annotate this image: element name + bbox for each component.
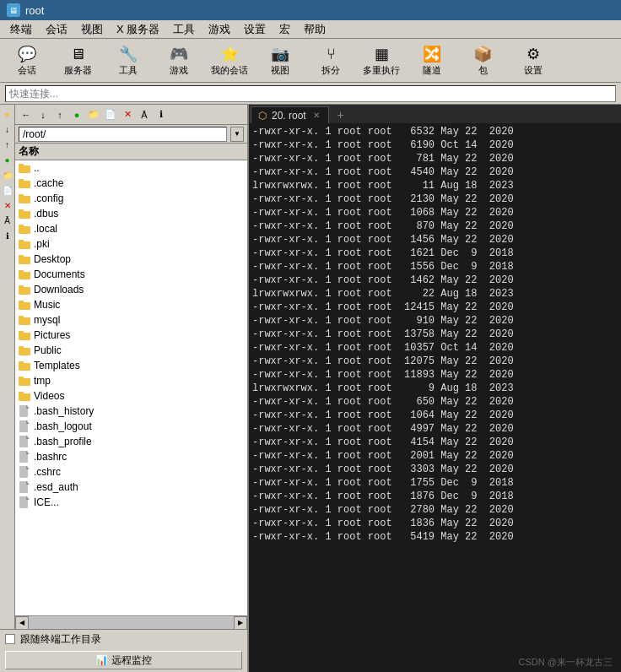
terminal-line: -rwxr-xr-x. 1 root root 910 May 22 2020: [252, 314, 618, 328]
app-icon: 🖥: [7, 3, 20, 17]
list-item[interactable]: .bash_history: [15, 404, 247, 419]
menu-session[interactable]: 会话: [39, 20, 74, 39]
side-new-icon[interactable]: 📄: [2, 184, 14, 196]
new-tab-btn[interactable]: +: [332, 106, 349, 123]
toolbar-config-btn[interactable]: ⚙ 设置: [511, 42, 555, 79]
side-arrow-up-icon[interactable]: ↑: [2, 138, 14, 150]
terminal-line: -rwxr-xr-x. 1 root root 1068 May 22 2020: [252, 206, 618, 219]
svg-rect-27: [19, 361, 24, 364]
file-tb-new[interactable]: 📄: [103, 107, 118, 122]
side-star-icon[interactable]: ★: [2, 108, 14, 120]
toolbar-view-btn[interactable]: 📷 视图: [258, 42, 302, 79]
tab-close-btn[interactable]: ✕: [311, 111, 321, 121]
file-tb-refresh[interactable]: ●: [69, 107, 84, 122]
folder-icon: [19, 208, 30, 219]
terminal-line: -rwxr-xr-x. 1 root root 13758 May 22 202…: [252, 328, 618, 341]
svg-marker-35: [26, 420, 30, 424]
side-green-icon[interactable]: ●: [2, 154, 14, 165]
list-item[interactable]: .local: [15, 221, 247, 236]
list-item[interactable]: Pictures: [15, 328, 247, 343]
follow-terminal-label: 跟随终端工作目录: [20, 632, 101, 647]
file-tb-text[interactable]: Ā: [137, 107, 152, 122]
toolbar-mysession-btn[interactable]: ⭐ 我的会话: [208, 42, 251, 79]
menu-help[interactable]: 帮助: [297, 20, 332, 39]
list-item[interactable]: .esd_auth: [15, 480, 247, 495]
side-info-icon[interactable]: ℹ: [2, 230, 14, 241]
menu-terminal[interactable]: 终端: [3, 20, 39, 39]
list-item[interactable]: Templates: [15, 358, 247, 373]
list-item[interactable]: ICE...: [15, 495, 247, 510]
list-item[interactable]: Downloads: [15, 282, 247, 297]
terminal-line: -rwxr-xr-x. 1 root root 2130 May 22 2020: [252, 192, 618, 206]
list-item[interactable]: .bash_profile: [15, 434, 247, 449]
list-item[interactable]: Documents: [15, 267, 247, 282]
toolbar-session-btn[interactable]: 💬 会话: [5, 42, 49, 79]
list-item[interactable]: tmp: [15, 373, 247, 388]
svg-rect-18: [19, 302, 30, 310]
menu-games[interactable]: 游戏: [202, 20, 237, 39]
terminal-line: -rwxr-xr-x. 1 root root 781 May 22 2020: [252, 152, 618, 165]
file-tb-delete[interactable]: ✕: [120, 107, 135, 122]
toolbar-games-btn[interactable]: 🎮 游戏: [157, 42, 201, 79]
list-item[interactable]: .bash_logout: [15, 419, 247, 434]
side-red-icon[interactable]: ✕: [2, 199, 14, 211]
menu-settings[interactable]: 设置: [237, 20, 273, 39]
file-tb-folder[interactable]: 📁: [86, 107, 101, 122]
folder-icon: [19, 299, 30, 311]
menu-macro[interactable]: 宏: [273, 20, 297, 39]
toolbar-server-btn[interactable]: 🖥 服务器: [56, 42, 100, 79]
list-item[interactable]: ..: [15, 160, 247, 176]
toolbar-multi-btn[interactable]: ▦ 多重执行: [359, 42, 403, 79]
follow-terminal-checkbox[interactable]: [5, 634, 15, 644]
svg-rect-3: [19, 179, 24, 182]
file-tb-up[interactable]: ↑: [52, 107, 68, 122]
list-item-name: mysql: [34, 314, 60, 326]
toolbar-tools-label: 工具: [119, 64, 138, 77]
side-arrow-down-icon[interactable]: ↓: [2, 123, 14, 135]
file-tb-back[interactable]: ←: [19, 107, 34, 122]
toolbar-pkg-btn[interactable]: 📦 包: [461, 42, 505, 79]
toolbar-split-btn[interactable]: ⑂ 拆分: [309, 42, 353, 79]
folder-icon: [19, 314, 30, 326]
terminal-line: -rwxr-xr-x. 1 root root 11893 May 22 202…: [252, 368, 618, 382]
hscroll-right[interactable]: ▶: [234, 616, 247, 630]
side-folder-icon[interactable]: 📁: [2, 169, 14, 181]
list-item[interactable]: .pki: [15, 236, 247, 252]
terminal-line: -rwxr-xr-x. 1 root root 1462 May 22 2020: [252, 274, 618, 287]
list-item[interactable]: .cshrc: [15, 464, 247, 480]
list-item[interactable]: .bashrc: [15, 449, 247, 464]
menu-xserver[interactable]: X 服务器: [110, 20, 166, 39]
hscroll-track[interactable]: [29, 617, 234, 629]
list-item[interactable]: Videos: [15, 388, 247, 404]
list-item[interactable]: .cache: [15, 176, 247, 191]
toolbar-tunnel-label: 隧道: [423, 64, 441, 77]
list-item-name: Music: [34, 299, 60, 311]
side-rename-icon[interactable]: Ā: [2, 214, 14, 226]
list-item[interactable]: mysql: [15, 312, 247, 328]
quick-connect-input[interactable]: [5, 85, 616, 102]
list-item[interactable]: .config: [15, 191, 247, 206]
path-input[interactable]: [19, 127, 227, 142]
file-icon: [19, 466, 30, 478]
file-tb-info[interactable]: ℹ: [154, 107, 169, 122]
terminal-tab-20[interactable]: ⬡ 20. root ✕: [251, 106, 329, 123]
terminal-line: -rwxr-xr-x. 1 root root 4154 May 22 2020: [252, 436, 618, 449]
svg-rect-11: [19, 240, 24, 242]
path-dropdown[interactable]: ▼: [230, 127, 244, 142]
list-item[interactable]: .dbus: [15, 206, 247, 221]
side-icon-bar: ★ ↓ ↑ ● 📁 📄 ✕ Ā ℹ: [0, 105, 15, 629]
up-icon: [19, 162, 30, 174]
menu-view[interactable]: 视图: [74, 20, 110, 39]
list-item[interactable]: Music: [15, 297, 247, 312]
toolbar-tools-btn[interactable]: 🔧 工具: [106, 42, 150, 79]
hscroll-left[interactable]: ◀: [15, 616, 29, 630]
remote-monitor-button[interactable]: 📊 远程监控: [5, 651, 242, 669]
list-item[interactable]: Public: [15, 343, 247, 358]
svg-rect-23: [19, 331, 24, 333]
list-item-name: .bashrc: [34, 451, 67, 463]
terminal-line: -rwxr-xr-x. 1 root root 6532 May 22 2020: [252, 125, 618, 138]
list-item[interactable]: Desktop: [15, 252, 247, 267]
toolbar-tunnel-btn[interactable]: 🔀 隧道: [410, 42, 454, 79]
menu-tools[interactable]: 工具: [166, 20, 202, 39]
file-tb-forward[interactable]: ↓: [35, 107, 51, 122]
